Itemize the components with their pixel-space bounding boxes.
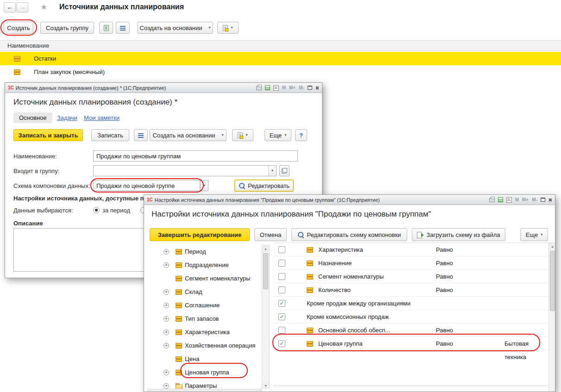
tree-item[interactable]: Сегмент номенклатуры: [148, 272, 262, 285]
memory-m-plus-button[interactable]: M+: [522, 197, 529, 202]
tree-item[interactable]: +Склад: [148, 285, 262, 299]
tab-notes[interactable]: Мои заметки: [84, 112, 120, 123]
group-input[interactable]: [93, 165, 277, 176]
list-settings-button[interactable]: [116, 22, 130, 34]
condition-row[interactable]: КоличествоРавно: [273, 283, 548, 297]
tree-scrollbar[interactable]: ▲ ▼: [262, 245, 270, 389]
create-based-on-button[interactable]: Создать на основании ▾: [137, 22, 213, 34]
condition-row[interactable]: ✓Кроме продаж между организациями: [273, 297, 548, 310]
calendar-icon[interactable]: 31: [273, 85, 279, 91]
close-button[interactable]: ×: [548, 197, 552, 203]
condition-row[interactable]: ХарактеристикаРавно: [273, 243, 548, 256]
expand-icon[interactable]: +: [164, 249, 169, 255]
tree-item[interactable]: +Соглашение: [148, 299, 262, 312]
scroll-thumb[interactable]: [550, 251, 555, 311]
list-settings-button[interactable]: [134, 129, 148, 141]
memory-m-minus-button[interactable]: M-: [532, 197, 537, 202]
checkbox[interactable]: [278, 260, 285, 267]
expand-icon[interactable]: +: [164, 289, 169, 295]
scroll-thumb[interactable]: [263, 253, 268, 289]
reports-dropdown-button[interactable]: ▾: [217, 22, 239, 34]
table-icon[interactable]: [498, 197, 503, 202]
more-button[interactable]: Еще ▾: [520, 228, 548, 241]
group-dropdown-button[interactable]: ▾: [268, 165, 277, 176]
checkbox[interactable]: [278, 273, 285, 280]
maximize-button[interactable]: [541, 198, 545, 202]
checkbox[interactable]: ✓: [278, 313, 285, 320]
scroll-down-icon[interactable]: ▼: [262, 382, 269, 389]
save-button[interactable]: Записать: [91, 129, 129, 141]
edit-schema-button[interactable]: Редактировать: [234, 180, 294, 192]
checkbox[interactable]: ✓: [278, 340, 285, 347]
radio-period[interactable]: [93, 207, 100, 213]
column-header-name[interactable]: Наименование: [0, 40, 561, 51]
back-button[interactable]: ←: [4, 2, 16, 12]
name-input[interactable]: [93, 150, 298, 162]
save-and-close-button[interactable]: Записать и закрыть: [13, 129, 83, 141]
tree-item[interactable]: +Подразделение: [148, 258, 262, 272]
expand-icon[interactable]: +: [164, 343, 169, 348]
condition-row[interactable]: ✓Ценовая группаРавноБытовая техника: [273, 337, 548, 350]
cancel-button[interactable]: Отмена: [254, 228, 287, 241]
expand-icon[interactable]: +: [164, 303, 169, 308]
checkbox[interactable]: [278, 286, 285, 293]
condition-row[interactable]: Основной способ обесп...Равно: [273, 324, 548, 337]
schema-input[interactable]: [93, 180, 200, 191]
checkbox[interactable]: [278, 246, 285, 253]
help-button[interactable]: ?: [295, 129, 307, 141]
condition-row[interactable]: НазначениеРавно: [273, 256, 548, 270]
reports-dropdown-button[interactable]: ▾: [232, 129, 253, 141]
group-open-button[interactable]: [279, 165, 290, 176]
dimension-icon: [307, 247, 312, 252]
edit-composition-schema-button[interactable]: Редактировать схему компоновки: [291, 228, 407, 241]
finish-editing-button[interactable]: Завершить редактирование: [150, 228, 250, 241]
load-schema-button[interactable]: Загрузить схему из файла: [412, 228, 505, 241]
expand-icon[interactable]: +: [164, 262, 169, 268]
more-button[interactable]: Еще ▾: [265, 129, 291, 141]
data-select-label: Данные выбираются:: [13, 207, 73, 214]
create-group-button[interactable]: Создать группу: [40, 22, 94, 34]
create-based-on-button[interactable]: Создать на основании ▾: [150, 129, 227, 141]
memory-m-plus-button[interactable]: M+: [289, 85, 296, 90]
settings-window-titlebar[interactable]: 1С Настройки источника данных планирован…: [144, 195, 555, 205]
close-button[interactable]: ×: [315, 85, 319, 91]
table-icon[interactable]: [265, 85, 270, 90]
create-button[interactable]: Создать: [4, 22, 33, 34]
expand-icon[interactable]: +: [164, 370, 169, 375]
maximize-button[interactable]: [308, 86, 312, 90]
planning-source-row[interactable]: План закупок (месячный): [0, 65, 561, 79]
print-icon[interactable]: [489, 198, 495, 202]
copy-item-button[interactable]: [99, 22, 113, 34]
tree-item[interactable]: +Период: [148, 245, 262, 258]
calendar-icon[interactable]: 31: [506, 197, 512, 203]
create-window-titlebar[interactable]: 1С Источник данных планирования (создани…: [5, 83, 322, 93]
tree-item[interactable]: +Ценовая группа: [148, 366, 262, 379]
tab-main[interactable]: Основное: [13, 112, 52, 123]
favorite-star-icon[interactable]: ★: [40, 2, 47, 12]
tree-item[interactable]: +Характеристика: [148, 325, 262, 339]
expand-icon[interactable]: +: [164, 383, 169, 389]
checkbox[interactable]: [278, 327, 285, 334]
scroll-up-icon[interactable]: ▲: [262, 245, 269, 252]
forward-button[interactable]: →: [16, 2, 28, 12]
print-icon[interactable]: [256, 86, 262, 90]
expand-icon[interactable]: +: [164, 330, 169, 335]
memory-m-button[interactable]: M: [515, 197, 519, 202]
schema-dropdown-button[interactable]: ▾: [200, 180, 208, 191]
condition-row[interactable]: Сегмент номенклатурыРавно: [273, 270, 548, 283]
conditions-scrollbar[interactable]: ▲: [548, 243, 555, 392]
tree-item[interactable]: Цена: [148, 352, 262, 366]
memory-m-button[interactable]: M: [282, 85, 286, 90]
expand-icon[interactable]: +: [164, 316, 169, 322]
scroll-up-icon[interactable]: ▲: [549, 243, 555, 250]
condition-row[interactable]: ✓Кроме комиссионных продаж: [273, 310, 548, 324]
tab-tasks[interactable]: Задачи: [57, 112, 77, 123]
tree-item[interactable]: +Тип запасов: [148, 312, 262, 325]
tree-item[interactable]: +Хозяйственная операция: [148, 339, 262, 352]
memory-m-minus-button[interactable]: M-: [299, 85, 304, 90]
radio-period-label[interactable]: за период: [102, 207, 130, 214]
checkbox[interactable]: ✓: [278, 300, 285, 307]
tree-horizontal-scrollbar[interactable]: [148, 389, 262, 392]
planning-source-row[interactable]: Остатки: [0, 52, 561, 65]
dimension-icon: [176, 370, 181, 375]
